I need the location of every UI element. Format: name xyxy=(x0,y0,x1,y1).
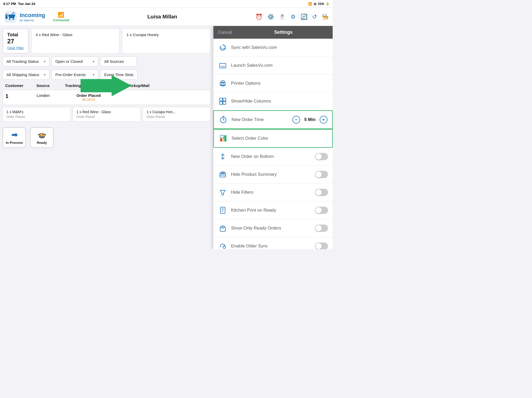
settings-item-new-order-bottom[interactable]: New Order on Bottom xyxy=(213,148,333,166)
cloud-sync-icon xyxy=(218,241,227,249)
web-icon: www xyxy=(218,61,227,70)
hide-product-label: Hide Product Summary xyxy=(231,172,311,177)
svg-rect-15 xyxy=(220,102,222,104)
settings-item-show-ready[interactable]: Show Only Ready Orders xyxy=(213,219,333,237)
chef-icon[interactable]: 👨‍🍳 xyxy=(321,14,329,20)
settings-item-hide-product[interactable]: Hide Product Summary xyxy=(213,166,333,184)
sub-item-name-3: 1 x Cucapa Hon... xyxy=(147,110,207,114)
status-bar-right: 📶 ◎ 31% 🔋 xyxy=(308,2,330,6)
refresh-icon[interactable]: 🔄 xyxy=(300,14,307,20)
in-process-label: In Process xyxy=(6,141,23,145)
settings-item-older-sync[interactable]: Enable Older Sync xyxy=(213,237,333,249)
hide-product-toggle[interactable] xyxy=(315,171,328,178)
settings-item-new-order-time[interactable]: New Order Time − 5 Min + xyxy=(213,110,333,129)
time-control: − 5 Min + xyxy=(292,116,327,124)
in-process-button[interactable]: ➡ In Process xyxy=(3,127,26,148)
product-icon xyxy=(218,170,227,179)
open-closed-label: Open or Closed xyxy=(55,59,83,64)
svg-text:www: www xyxy=(221,47,226,50)
ready-button[interactable]: 🍲 Ready xyxy=(30,127,54,148)
sub-item-3[interactable]: 1 x Cucapa Hon... Order Placed xyxy=(143,107,211,122)
gear-icon[interactable]: ⚙ xyxy=(291,14,296,20)
connected-label: Connected xyxy=(53,18,69,22)
tracking-status-label: All Tracking Status xyxy=(6,59,39,64)
sub-item-status-3: Order Placed xyxy=(147,115,207,119)
shipping-status-filter[interactable]: All Shipping Status ▾ xyxy=(3,70,49,80)
show-ready-label: Show Only Ready Orders xyxy=(231,226,311,231)
settings-item-columns[interactable]: Show/Hide Columns xyxy=(213,92,333,110)
chevron-down-icon: ▾ xyxy=(44,73,45,77)
settings-item-launch[interactable]: www Launch SalesVu.com xyxy=(213,57,333,75)
settings-cog-icon[interactable]: ⚙️ xyxy=(267,14,274,20)
settings-title: Settings xyxy=(239,30,328,35)
open-closed-filter[interactable]: Open or Closed ▾ xyxy=(51,56,98,66)
svg-point-3 xyxy=(9,18,10,20)
logo-cart-icon xyxy=(4,10,17,23)
settings-item-sync[interactable]: www Sync with SalesVu.com xyxy=(213,39,333,57)
decrease-time-button[interactable]: − xyxy=(292,116,300,124)
receipt-icon xyxy=(218,206,227,215)
hide-filters-label: Hide Filters xyxy=(231,190,311,195)
left-panel: Total 27 Clear Filter 4 x Red Wine - Gla… xyxy=(0,26,213,249)
tracking-status-filter[interactable]: All Tracking Status ▾ xyxy=(3,56,49,66)
cursor-icon[interactable]: 🖱️ xyxy=(279,14,286,20)
connected-badge: 📶 Connected xyxy=(53,12,69,22)
box-icon xyxy=(218,224,227,233)
row-customer: 1 xyxy=(5,93,37,99)
sync-label: Sync with SalesVu.com xyxy=(231,45,328,50)
settings-item-kitchen-print[interactable]: Kitchen Print on Ready xyxy=(213,201,333,219)
main-content: Total 27 Clear Filter 4 x Red Wine - Gla… xyxy=(0,26,333,249)
reload-icon[interactable]: ↺ xyxy=(312,14,317,20)
green-arrow-overlay xyxy=(81,74,133,98)
new-order-bottom-toggle[interactable] xyxy=(315,153,328,160)
connected-wifi-icon: 📶 xyxy=(58,12,64,18)
older-sync-toggle[interactable] xyxy=(315,242,328,249)
total-count: 27 xyxy=(7,38,14,45)
columns-label: Show/Hide Columns xyxy=(231,99,328,104)
sub-item-2[interactable]: 1 x Red Wine - Glass Order Placed xyxy=(73,107,140,122)
cancel-button[interactable]: Cancel xyxy=(218,30,239,35)
svg-marker-30 xyxy=(220,190,225,195)
settings-item-hide-filters[interactable]: Hide Filters xyxy=(213,184,333,201)
svg-rect-23 xyxy=(224,135,226,141)
svg-rect-16 xyxy=(223,102,226,104)
bottom-actions: ➡ In Process 🍲 Ready xyxy=(0,124,213,152)
svg-rect-35 xyxy=(220,227,225,231)
increase-time-button[interactable]: + xyxy=(320,116,327,124)
settings-item-select-color[interactable]: Select Order Color xyxy=(213,129,333,148)
chevron-down-icon: ▾ xyxy=(44,60,45,63)
logo-incoming: Incoming xyxy=(20,12,45,19)
settings-item-printer[interactable]: Printer Options xyxy=(213,75,333,92)
svg-text:www: www xyxy=(220,65,225,67)
hide-filters-toggle[interactable] xyxy=(315,189,328,196)
timer-icon xyxy=(219,115,228,124)
page-title: Luisa Millan xyxy=(147,14,177,20)
green-arrow-svg xyxy=(81,74,133,97)
settings-panel: Cancel Settings www Sync with SalesVu.co… xyxy=(213,26,333,249)
alarm-icon[interactable]: ⏰ xyxy=(255,14,262,20)
printer-label: Printer Options xyxy=(231,81,328,86)
select-color-label: Select Order Color xyxy=(232,136,327,141)
col-header-customer: Customer xyxy=(5,83,36,88)
sub-item-1[interactable]: 1 x M&M's Order Placed xyxy=(3,107,70,122)
show-ready-toggle[interactable] xyxy=(315,225,328,232)
kitchen-print-toggle[interactable] xyxy=(315,207,328,214)
svg-marker-5 xyxy=(81,75,131,96)
in-process-icon: ➡ xyxy=(11,131,17,139)
svg-point-4 xyxy=(12,18,14,20)
location-icon: ◎ xyxy=(314,2,316,6)
new-order-bottom-label: New Order on Bottom xyxy=(231,154,311,159)
ready-label: Ready xyxy=(37,141,47,145)
ready-icon: 🍲 xyxy=(37,131,47,139)
clear-filter-link[interactable]: Clear Filter xyxy=(7,46,24,50)
grid-icon xyxy=(218,97,227,106)
sources-filter[interactable]: All Sources xyxy=(100,56,137,66)
sub-item-status-1: Order Placed xyxy=(6,115,67,119)
total-badge: Total 27 Clear Filter xyxy=(3,29,29,53)
status-day: Tue Jan 24 xyxy=(18,2,35,6)
filter-row-1: All Tracking Status ▾ Open or Closed ▾ A… xyxy=(0,55,213,68)
sort-icon xyxy=(218,152,227,161)
battery-level: 31% xyxy=(318,2,324,6)
older-sync-label: Enable Older Sync xyxy=(231,244,311,249)
logo-salesvu: by SalesVu xyxy=(20,19,45,22)
